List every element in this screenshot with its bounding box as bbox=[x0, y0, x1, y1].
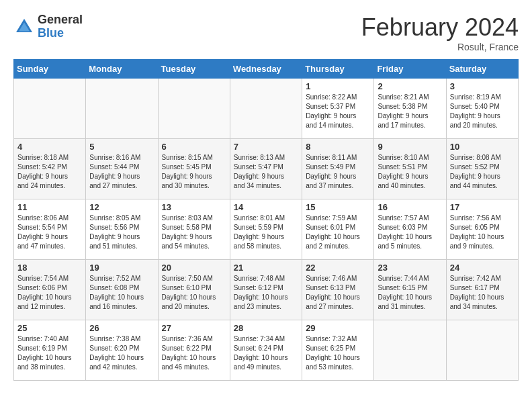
day-cell: 24Sunrise: 7:42 AM Sunset: 6:17 PM Dayli… bbox=[446, 260, 518, 320]
day-info: Sunrise: 8:15 AM Sunset: 5:45 PM Dayligh… bbox=[162, 153, 226, 191]
day-info: Sunrise: 8:19 AM Sunset: 5:40 PM Dayligh… bbox=[450, 93, 515, 130]
col-header-monday: Monday bbox=[86, 60, 158, 79]
day-cell bbox=[14, 79, 86, 139]
day-cell bbox=[230, 79, 302, 139]
day-info: Sunrise: 8:16 AM Sunset: 5:44 PM Dayligh… bbox=[89, 153, 154, 191]
day-cell bbox=[446, 320, 518, 381]
day-cell: 23Sunrise: 7:44 AM Sunset: 6:15 PM Dayli… bbox=[374, 260, 446, 320]
day-cell: 20Sunrise: 7:50 AM Sunset: 6:10 PM Dayli… bbox=[158, 260, 230, 320]
header-row: SundayMondayTuesdayWednesdayThursdayFrid… bbox=[14, 60, 519, 79]
logo-icon bbox=[13, 16, 35, 38]
day-cell: 15Sunrise: 7:59 AM Sunset: 6:01 PM Dayli… bbox=[302, 199, 374, 260]
col-header-wednesday: Wednesday bbox=[230, 60, 302, 79]
day-cell: 17Sunrise: 7:56 AM Sunset: 6:05 PM Dayli… bbox=[446, 199, 518, 260]
day-number: 15 bbox=[306, 202, 370, 212]
day-number: 4 bbox=[17, 142, 82, 152]
day-number: 26 bbox=[89, 323, 154, 333]
day-info: Sunrise: 7:36 AM Sunset: 6:22 PM Dayligh… bbox=[162, 334, 226, 372]
day-cell: 21Sunrise: 7:48 AM Sunset: 6:12 PM Dayli… bbox=[230, 260, 302, 320]
day-number: 8 bbox=[306, 142, 370, 152]
day-cell: 26Sunrise: 7:38 AM Sunset: 6:20 PM Dayli… bbox=[86, 320, 158, 381]
day-info: Sunrise: 7:40 AM Sunset: 6:19 PM Dayligh… bbox=[17, 334, 82, 372]
day-number: 24 bbox=[450, 263, 515, 273]
logo: General Blue bbox=[13, 13, 83, 40]
col-header-friday: Friday bbox=[374, 60, 446, 79]
day-number: 18 bbox=[17, 263, 82, 273]
day-cell: 27Sunrise: 7:36 AM Sunset: 6:22 PM Dayli… bbox=[158, 320, 230, 381]
day-number: 10 bbox=[450, 142, 515, 152]
day-info: Sunrise: 7:54 AM Sunset: 6:06 PM Dayligh… bbox=[17, 274, 82, 312]
week-row-5: 25Sunrise: 7:40 AM Sunset: 6:19 PM Dayli… bbox=[14, 320, 519, 381]
day-number: 20 bbox=[162, 263, 226, 273]
day-cell: 22Sunrise: 7:46 AM Sunset: 6:13 PM Dayli… bbox=[302, 260, 374, 320]
day-info: Sunrise: 8:18 AM Sunset: 5:42 PM Dayligh… bbox=[17, 153, 82, 191]
day-info: Sunrise: 7:56 AM Sunset: 6:05 PM Dayligh… bbox=[450, 214, 515, 251]
day-number: 21 bbox=[234, 263, 298, 273]
day-info: Sunrise: 7:34 AM Sunset: 6:24 PM Dayligh… bbox=[234, 334, 298, 372]
day-info: Sunrise: 7:48 AM Sunset: 6:12 PM Dayligh… bbox=[234, 274, 298, 312]
day-cell: 1Sunrise: 8:22 AM Sunset: 5:37 PM Daylig… bbox=[302, 79, 374, 139]
col-header-saturday: Saturday bbox=[446, 60, 518, 79]
day-cell: 25Sunrise: 7:40 AM Sunset: 6:19 PM Dayli… bbox=[14, 320, 86, 381]
day-info: Sunrise: 8:13 AM Sunset: 5:47 PM Dayligh… bbox=[234, 153, 298, 191]
month-title: February 2024 bbox=[361, 13, 519, 42]
day-cell: 5Sunrise: 8:16 AM Sunset: 5:44 PM Daylig… bbox=[86, 139, 158, 199]
day-cell: 8Sunrise: 8:11 AM Sunset: 5:49 PM Daylig… bbox=[302, 139, 374, 199]
day-info: Sunrise: 8:05 AM Sunset: 5:56 PM Dayligh… bbox=[89, 214, 154, 251]
day-cell: 9Sunrise: 8:10 AM Sunset: 5:51 PM Daylig… bbox=[374, 139, 446, 199]
day-info: Sunrise: 7:59 AM Sunset: 6:01 PM Dayligh… bbox=[306, 214, 370, 251]
day-cell bbox=[158, 79, 230, 139]
day-number: 28 bbox=[234, 323, 298, 333]
day-number: 13 bbox=[162, 202, 226, 212]
day-cell: 6Sunrise: 8:15 AM Sunset: 5:45 PM Daylig… bbox=[158, 139, 230, 199]
day-info: Sunrise: 7:50 AM Sunset: 6:10 PM Dayligh… bbox=[162, 274, 226, 312]
day-info: Sunrise: 7:38 AM Sunset: 6:20 PM Dayligh… bbox=[89, 334, 154, 372]
col-header-thursday: Thursday bbox=[302, 60, 374, 79]
location: Rosult, France bbox=[361, 42, 519, 52]
day-info: Sunrise: 8:22 AM Sunset: 5:37 PM Dayligh… bbox=[306, 93, 370, 130]
day-info: Sunrise: 8:11 AM Sunset: 5:49 PM Dayligh… bbox=[306, 153, 370, 191]
day-cell: 13Sunrise: 8:03 AM Sunset: 5:58 PM Dayli… bbox=[158, 199, 230, 260]
day-info: Sunrise: 8:10 AM Sunset: 5:51 PM Dayligh… bbox=[378, 153, 442, 191]
title-block: February 2024 Rosult, France bbox=[361, 13, 519, 52]
day-number: 14 bbox=[234, 202, 298, 212]
page-header: General Blue February 2024 Rosult, Franc… bbox=[13, 13, 519, 52]
day-info: Sunrise: 7:32 AM Sunset: 6:25 PM Dayligh… bbox=[306, 334, 370, 372]
day-number: 3 bbox=[450, 81, 515, 91]
day-info: Sunrise: 8:01 AM Sunset: 5:59 PM Dayligh… bbox=[234, 214, 298, 251]
day-cell: 19Sunrise: 7:52 AM Sunset: 6:08 PM Dayli… bbox=[86, 260, 158, 320]
day-number: 1 bbox=[306, 81, 370, 91]
day-cell: 14Sunrise: 8:01 AM Sunset: 5:59 PM Dayli… bbox=[230, 199, 302, 260]
day-cell: 10Sunrise: 8:08 AM Sunset: 5:52 PM Dayli… bbox=[446, 139, 518, 199]
day-info: Sunrise: 8:08 AM Sunset: 5:52 PM Dayligh… bbox=[450, 153, 515, 191]
day-cell bbox=[86, 79, 158, 139]
day-number: 2 bbox=[378, 81, 442, 91]
day-number: 25 bbox=[17, 323, 82, 333]
day-cell: 18Sunrise: 7:54 AM Sunset: 6:06 PM Dayli… bbox=[14, 260, 86, 320]
col-header-sunday: Sunday bbox=[14, 60, 86, 79]
day-cell: 28Sunrise: 7:34 AM Sunset: 6:24 PM Dayli… bbox=[230, 320, 302, 381]
calendar-table: SundayMondayTuesdayWednesdayThursdayFrid… bbox=[13, 59, 519, 381]
day-cell: 11Sunrise: 8:06 AM Sunset: 5:54 PM Dayli… bbox=[14, 199, 86, 260]
day-number: 23 bbox=[378, 263, 442, 273]
day-info: Sunrise: 7:44 AM Sunset: 6:15 PM Dayligh… bbox=[378, 274, 442, 312]
week-row-3: 11Sunrise: 8:06 AM Sunset: 5:54 PM Dayli… bbox=[14, 199, 519, 260]
logo-blue-text: Blue bbox=[38, 27, 83, 40]
day-cell: 2Sunrise: 8:21 AM Sunset: 5:38 PM Daylig… bbox=[374, 79, 446, 139]
logo-general-text: General bbox=[38, 13, 83, 27]
day-number: 19 bbox=[89, 263, 154, 273]
day-info: Sunrise: 8:03 AM Sunset: 5:58 PM Dayligh… bbox=[162, 214, 226, 251]
day-info: Sunrise: 7:57 AM Sunset: 6:03 PM Dayligh… bbox=[378, 214, 442, 251]
day-cell bbox=[374, 320, 446, 381]
day-cell: 12Sunrise: 8:05 AM Sunset: 5:56 PM Dayli… bbox=[86, 199, 158, 260]
week-row-4: 18Sunrise: 7:54 AM Sunset: 6:06 PM Dayli… bbox=[14, 260, 519, 320]
day-info: Sunrise: 7:42 AM Sunset: 6:17 PM Dayligh… bbox=[450, 274, 515, 312]
day-number: 12 bbox=[89, 202, 154, 212]
day-number: 6 bbox=[162, 142, 226, 152]
day-number: 17 bbox=[450, 202, 515, 212]
day-cell: 16Sunrise: 7:57 AM Sunset: 6:03 PM Dayli… bbox=[374, 199, 446, 260]
col-header-tuesday: Tuesday bbox=[158, 60, 230, 79]
day-cell: 7Sunrise: 8:13 AM Sunset: 5:47 PM Daylig… bbox=[230, 139, 302, 199]
day-info: Sunrise: 8:06 AM Sunset: 5:54 PM Dayligh… bbox=[17, 214, 82, 251]
week-row-1: 1Sunrise: 8:22 AM Sunset: 5:37 PM Daylig… bbox=[14, 79, 519, 139]
